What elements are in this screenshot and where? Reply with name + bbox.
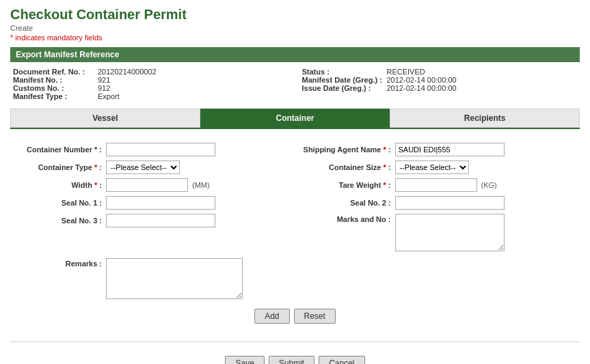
form-col-left: Container Number * : Container Type * : … (13, 143, 295, 255)
doc-ref-row: Document Ref. No. : 20120214000002 (13, 68, 289, 76)
marks-textarea[interactable] (395, 214, 505, 251)
page-container: Checkout Container Permit Create * indic… (0, 0, 590, 364)
form-col-right: Shipping Agent Name * : Container Size *… (295, 143, 578, 255)
container-size-select[interactable]: --Please Select-- (395, 160, 469, 174)
info-col-right: Status : RECEIVED Manifest Date (Greg.) … (302, 68, 578, 100)
issue-date-value: 2012-02-14 00:00:00 (387, 84, 457, 92)
tab-vessel[interactable]: Vessel (10, 109, 200, 128)
customs-no-value: 912 (98, 84, 110, 92)
seal-no2-row: Seal No. 2 : (302, 196, 578, 210)
manifest-date-label: Manifest Date (Greg.) : (302, 76, 384, 84)
container-size-label: Container Size * : (302, 163, 391, 171)
manifest-type-label: Manifest Type : (13, 92, 95, 100)
save-button[interactable]: Save (225, 356, 264, 364)
container-number-input[interactable] (106, 143, 215, 156)
container-size-row: Container Size * : --Please Select-- (302, 160, 578, 174)
manifest-type-row: Manifest Type : Export (13, 92, 289, 100)
container-type-row: Container Type * : --Please Select-- (13, 160, 289, 174)
seal-no3-input[interactable] (106, 214, 215, 227)
customs-no-row: Customs No. : 912 (13, 84, 289, 92)
container-number-label: Container Number * : (13, 145, 102, 154)
section-header: Export Manifest Reference (10, 47, 580, 62)
tab-recipients[interactable]: Recipients (390, 109, 580, 128)
marks-label: Marks and No : (302, 214, 391, 223)
seal-no1-label: Seal No. 1 : (13, 199, 102, 207)
manifest-type-value: Export (98, 92, 120, 100)
remarks-label: Remarks : (13, 258, 102, 268)
width-label: Width * : (13, 181, 102, 189)
issue-date-row: Issue Date (Greg.) : 2012-02-14 00:00:00 (302, 84, 578, 92)
seal-no1-row: Seal No. 1 : (13, 196, 289, 210)
bottom-buttons: Save Submit Cancel (10, 349, 580, 364)
divider (10, 341, 580, 342)
shipping-agent-input[interactable] (395, 143, 505, 156)
tare-weight-unit: (KG) (481, 181, 497, 189)
remarks-row: Remarks : (13, 258, 577, 299)
marks-row: Marks and No : (302, 214, 578, 251)
seal-no3-label: Seal No. 3 : (13, 216, 102, 225)
manifest-no-label: Manifest No. : (13, 76, 95, 84)
width-input[interactable] (106, 178, 188, 192)
tare-weight-row: Tare Weight * : (KG) (302, 178, 578, 192)
doc-ref-value: 20120214000002 (98, 68, 157, 76)
mandatory-note: * indicates mandatory fields (10, 33, 580, 42)
seal-no1-input[interactable] (106, 196, 215, 210)
container-number-row: Container Number * : (13, 143, 289, 156)
manifest-no-value: 921 (98, 76, 110, 84)
seal-no2-label: Seal No. 2 : (302, 199, 391, 207)
remarks-textarea[interactable] (106, 258, 243, 299)
manifest-date-value: 2012-02-14 00:00:00 (387, 76, 457, 84)
tab-container[interactable]: Container (200, 109, 390, 128)
form-section: Container Number * : Container Type * : … (10, 137, 580, 335)
page-title: Checkout Container Permit (10, 7, 580, 23)
shipping-agent-row: Shipping Agent Name * : (302, 143, 578, 156)
seal-no2-input[interactable] (395, 196, 505, 210)
submit-button[interactable]: Submit (269, 356, 314, 364)
page-subtitle: Create (10, 24, 580, 32)
tabs-container: Vessel Container Recipients (10, 109, 580, 129)
status-label: Status : (302, 68, 384, 76)
form-two-col: Container Number * : Container Type * : … (13, 143, 577, 255)
info-col-left: Document Ref. No. : 20120214000002 Manif… (13, 68, 289, 100)
cancel-button[interactable]: Cancel (319, 356, 364, 364)
container-type-label: Container Type * : (13, 163, 102, 171)
container-type-select[interactable]: --Please Select-- (106, 160, 180, 174)
status-row: Status : RECEIVED (302, 68, 578, 76)
tare-weight-input[interactable] (395, 178, 477, 192)
shipping-agent-label: Shipping Agent Name * : (302, 145, 391, 154)
manifest-no-row: Manifest No. : 921 (13, 76, 289, 84)
seal-no3-row: Seal No. 3 : (13, 214, 289, 227)
info-grid: Document Ref. No. : 20120214000002 Manif… (10, 68, 580, 100)
issue-date-label: Issue Date (Greg.) : (302, 84, 384, 92)
reset-button[interactable]: Reset (294, 309, 336, 324)
width-unit: (MM) (192, 181, 210, 189)
customs-no-label: Customs No. : (13, 84, 95, 92)
width-row: Width * : (MM) (13, 178, 289, 192)
tare-weight-label: Tare Weight * : (302, 181, 391, 189)
status-value: RECEIVED (387, 68, 425, 76)
add-button[interactable]: Add (254, 309, 289, 324)
doc-ref-label: Document Ref. No. : (13, 68, 95, 76)
add-reset-buttons: Add Reset (13, 309, 577, 329)
manifest-date-row: Manifest Date (Greg.) : 2012-02-14 00:00… (302, 76, 578, 84)
